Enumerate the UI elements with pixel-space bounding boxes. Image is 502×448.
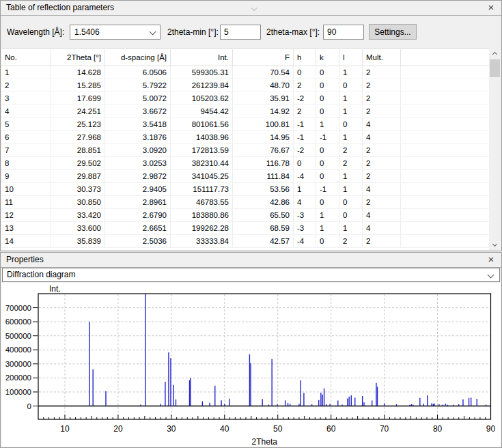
table-cell[interactable]: 76.67 <box>233 144 294 157</box>
table-cell[interactable]: 0 <box>339 209 363 222</box>
table-cell[interactable]: 1 <box>1 66 51 79</box>
vertical-scrollbar[interactable] <box>489 48 501 250</box>
table-cell[interactable]: 9454.42 <box>171 105 233 118</box>
table-cell[interactable]: 2 <box>339 144 363 157</box>
table-cell[interactable]: 1 <box>339 183 363 196</box>
table-cell[interactable]: 68.59 <box>233 222 294 235</box>
table-cell[interactable]: -4 <box>294 235 316 248</box>
table-cell[interactable]: 1 <box>339 222 363 235</box>
table-cell[interactable]: 199262.28 <box>171 222 233 235</box>
table-cell[interactable]: 2.8961 <box>105 196 171 209</box>
table-cell[interactable]: 29.502 <box>51 157 105 170</box>
table-row[interactable]: 525.1233.5418801061.56100.81-1104 <box>1 118 489 131</box>
table-cell[interactable]: 30.850 <box>51 196 105 209</box>
table-row[interactable]: 728.8513.0920172813.5976.67-2022 <box>1 144 489 157</box>
table-cell[interactable]: 48.70 <box>233 79 294 92</box>
table-cell[interactable]: -1 <box>316 131 339 144</box>
table-cell[interactable]: 4 <box>363 131 401 144</box>
table-cell[interactable]: 9 <box>1 170 51 183</box>
table-cell[interactable]: 2.5036 <box>105 235 171 248</box>
table-cell[interactable]: 6 <box>1 131 51 144</box>
table-cell[interactable]: 0 <box>316 170 339 183</box>
table-cell[interactable]: 105203.62 <box>171 92 233 105</box>
table-cell[interactable]: 14 <box>1 235 51 248</box>
table-cell[interactable]: 0 <box>316 79 339 92</box>
table-cell[interactable]: 28.851 <box>51 144 105 157</box>
table-cell[interactable]: -1 <box>294 131 316 144</box>
table-row[interactable]: 627.9683.187614038.9614.95-1-114 <box>1 131 489 144</box>
table-cell[interactable]: 5.7922 <box>105 79 171 92</box>
table-cell[interactable]: 1 <box>339 131 363 144</box>
table-cell[interactable]: 3.0920 <box>105 144 171 157</box>
table-cell[interactable]: 1 <box>339 92 363 105</box>
table-row[interactable]: 424.2513.66729454.4214.922012 <box>1 105 489 118</box>
table-cell[interactable]: 25.123 <box>51 118 105 131</box>
table-cell[interactable]: 0 <box>294 66 316 79</box>
theta-max-input[interactable] <box>323 25 364 40</box>
table-cell[interactable]: 2.6651 <box>105 222 171 235</box>
table-cell[interactable]: -4 <box>294 170 316 183</box>
table-cell[interactable]: 0 <box>339 79 363 92</box>
table-cell[interactable]: 4 <box>363 209 401 222</box>
settings-button[interactable]: Settings... <box>369 24 417 40</box>
table-row[interactable]: 1030.3732.9405151117.7353.561-114 <box>1 183 489 196</box>
table-row[interactable]: 929.8872.9872341045.25111.84-4012 <box>1 170 489 183</box>
table-cell[interactable]: 14.95 <box>233 131 294 144</box>
scroll-down-button[interactable] <box>489 238 501 250</box>
table-cell[interactable]: 111.84 <box>233 170 294 183</box>
table-cell[interactable]: 382310.44 <box>171 157 233 170</box>
table-row[interactable]: 317.6995.0072105203.6235.91-2012 <box>1 92 489 105</box>
table-cell[interactable]: 6.0506 <box>105 66 171 79</box>
table-cell[interactable]: 30.373 <box>51 183 105 196</box>
table-cell[interactable]: 4 <box>1 105 51 118</box>
view-selector-dropdown[interactable]: Diffraction diagram <box>2 268 500 282</box>
table-cell[interactable]: 0 <box>316 235 339 248</box>
close-panel-button[interactable]: × <box>485 1 497 14</box>
table-cell[interactable]: 3.6672 <box>105 105 171 118</box>
table-cell[interactable]: 801061.56 <box>171 118 233 131</box>
table-cell[interactable]: 29.887 <box>51 170 105 183</box>
table-cell[interactable]: 0 <box>316 157 339 170</box>
table-cell[interactable]: -2 <box>294 92 316 105</box>
table-cell[interactable]: 151117.73 <box>171 183 233 196</box>
table-cell[interactable]: 35.839 <box>51 235 105 248</box>
table-cell[interactable]: -1 <box>294 118 316 131</box>
table-cell[interactable]: 27.968 <box>51 131 105 144</box>
table-cell[interactable]: 2 <box>294 105 316 118</box>
table-cell[interactable]: 183880.86 <box>171 209 233 222</box>
table-cell[interactable]: -3 <box>294 222 316 235</box>
table-cell[interactable]: 3.1876 <box>105 131 171 144</box>
wavelength-combobox[interactable]: 1.5406 <box>70 25 161 40</box>
panel-menu-icon[interactable] <box>251 5 257 11</box>
table-cell[interactable]: 70.54 <box>233 66 294 79</box>
table-cell[interactable]: 33.420 <box>51 209 105 222</box>
table-cell[interactable]: 0 <box>316 196 339 209</box>
table-cell[interactable]: 14.92 <box>233 105 294 118</box>
table-cell[interactable]: 0 <box>316 144 339 157</box>
table-cell[interactable]: 5.0072 <box>105 92 171 105</box>
table-cell[interactable]: 172813.59 <box>171 144 233 157</box>
table-cell[interactable]: 1 <box>339 170 363 183</box>
table-cell[interactable]: 2 <box>363 157 401 170</box>
table-row[interactable]: 1233.4202.6790183880.8665.50-3104 <box>1 209 489 222</box>
table-cell[interactable]: 2.9405 <box>105 183 171 196</box>
scroll-up-button[interactable] <box>489 48 501 60</box>
table-cell[interactable]: 33333.84 <box>171 235 233 248</box>
table-cell[interactable]: 24.251 <box>51 105 105 118</box>
table-cell[interactable]: 3.5418 <box>105 118 171 131</box>
table-cell[interactable]: 2 <box>363 196 401 209</box>
table-cell[interactable]: 35.91 <box>233 92 294 105</box>
table-cell[interactable]: 100.81 <box>233 118 294 131</box>
table-cell[interactable]: 116.78 <box>233 157 294 170</box>
table-row[interactable]: 1435.8392.503633333.8442.57-4022 <box>1 235 489 248</box>
table-cell[interactable]: 2 <box>1 79 51 92</box>
table-cell[interactable]: 3 <box>1 92 51 105</box>
table-cell[interactable]: -1 <box>316 183 339 196</box>
table-cell[interactable]: 2 <box>339 235 363 248</box>
table-cell[interactable]: 14038.96 <box>171 131 233 144</box>
table-cell[interactable]: 12 <box>1 209 51 222</box>
table-cell[interactable]: 17.699 <box>51 92 105 105</box>
table-cell[interactable]: 10 <box>1 183 51 196</box>
table-cell[interactable]: 4 <box>363 222 401 235</box>
table-cell[interactable]: 13 <box>1 222 51 235</box>
